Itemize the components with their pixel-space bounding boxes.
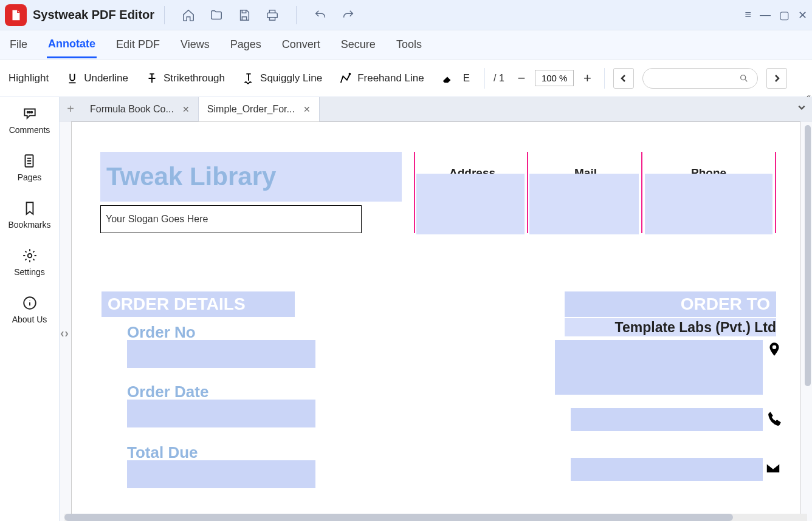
app-title: Systweak PDF Editor <box>33 8 154 22</box>
order-date-field[interactable] <box>127 400 315 427</box>
comments-icon <box>22 106 38 121</box>
pdf-page: Tweak Library Your Slogan Goes Here Addr… <box>71 121 800 514</box>
document-tab[interactable]: Simple_Order_For... ✕ <box>199 97 320 121</box>
search-input[interactable] <box>642 68 758 89</box>
tool-squiggly[interactable]: Squiggly Line <box>242 72 322 85</box>
document-tab[interactable]: Formula Book Co... ✕ <box>81 97 199 121</box>
maximize-button[interactable]: ▢ <box>779 9 790 22</box>
undo-icon[interactable] <box>312 7 328 23</box>
tab-label: Simple_Order_For... <box>207 104 295 115</box>
mail-icon <box>765 460 781 478</box>
sidebar-item-bookmarks[interactable]: Bookmarks <box>8 200 50 230</box>
bookmark-icon <box>22 200 38 216</box>
sidebar-item-comments[interactable]: Comments <box>9 106 50 135</box>
page-indicator: / 1 <box>494 73 504 84</box>
total-due-label: Total Due <box>127 443 198 462</box>
order-no-field[interactable] <box>127 340 315 368</box>
close-button[interactable]: ✕ <box>798 9 807 22</box>
save-icon[interactable] <box>236 7 252 23</box>
sidebar-item-pages[interactable]: Pages <box>18 153 42 182</box>
page-prev-button[interactable] <box>613 68 634 89</box>
menu-edit-pdf[interactable]: Edit PDF <box>115 32 161 57</box>
titlebar: Systweak PDF Editor ≡ — ▢ ✕ <box>0 0 812 30</box>
page-total: / 1 <box>494 73 504 84</box>
sidebar-item-settings[interactable]: Settings <box>14 248 45 277</box>
main-area: Comments Pages Bookmarks Settings About … <box>0 97 812 521</box>
zoom-out-button[interactable]: − <box>513 70 530 87</box>
left-sidebar: Comments Pages Bookmarks Settings About … <box>0 97 60 521</box>
info-icon <box>22 295 38 311</box>
order-to-phone-field[interactable] <box>571 408 763 431</box>
home-icon[interactable] <box>181 7 196 23</box>
sidebar-label: Pages <box>18 172 42 182</box>
tool-eraser[interactable]: E <box>441 72 470 85</box>
menu-secure[interactable]: Secure <box>340 32 377 57</box>
sidebar-label: Settings <box>14 267 45 277</box>
divider <box>775 152 776 233</box>
svg-point-0 <box>349 72 351 75</box>
horizontal-scrollbar[interactable] <box>64 514 807 521</box>
order-to-company: Template Labs (Pvt.) Ltd <box>565 319 776 336</box>
tab-label: Formula Book Co... <box>90 104 174 115</box>
separator <box>604 68 605 89</box>
svg-point-3 <box>29 112 30 113</box>
svg-point-1 <box>741 75 746 80</box>
svg-point-6 <box>27 254 32 258</box>
tool-freehand-label: Freehand Line <box>357 72 424 84</box>
divider <box>414 152 415 233</box>
tool-underline-label: Underline <box>84 72 128 84</box>
menu-annotate[interactable]: Annotate <box>47 32 97 58</box>
app-logo <box>5 4 27 26</box>
redo-icon[interactable] <box>340 7 356 23</box>
tab-overflow-button[interactable] <box>797 103 806 114</box>
menu-views[interactable]: Views <box>179 32 211 57</box>
tool-underline[interactable]: Underline <box>66 72 128 85</box>
separator <box>296 6 297 24</box>
order-to-email-field[interactable] <box>571 458 763 481</box>
menubar: File Annotate Edit PDF Views Pages Conve… <box>0 30 812 60</box>
sidebar-splitter[interactable] <box>60 322 69 346</box>
slogan-field[interactable]: Your Slogan Goes Here <box>100 205 362 233</box>
print-icon[interactable] <box>264 7 280 23</box>
menu-pages[interactable]: Pages <box>229 32 263 57</box>
menu-file[interactable]: File <box>9 32 29 57</box>
tool-freehand[interactable]: Freehand Line <box>339 72 424 85</box>
document-tabbar: + Formula Book Co... ✕ Simple_Order_For.… <box>60 97 812 121</box>
tool-strikethrough[interactable]: Strikethrough <box>145 72 225 85</box>
menu-tools[interactable]: Tools <box>395 32 423 57</box>
order-to-title: ORDER TO <box>565 291 776 317</box>
open-folder-icon[interactable] <box>208 7 224 23</box>
order-to-address-field[interactable] <box>555 340 763 395</box>
document-canvas[interactable]: Tweak Library Your Slogan Goes Here Addr… <box>60 121 812 514</box>
header-phone-box <box>645 174 772 234</box>
freehand-icon <box>339 72 353 85</box>
minimize-button[interactable]: — <box>760 9 771 21</box>
svg-point-2 <box>27 112 28 113</box>
annotate-toolbar: Highlight Underline Strikethrough Squigg… <box>0 60 812 97</box>
zoom-in-button[interactable]: + <box>579 70 596 87</box>
tool-eraser-label: E <box>463 72 470 84</box>
sidebar-label: Bookmarks <box>8 220 50 230</box>
zoom-value[interactable]: 100 % <box>535 70 574 86</box>
sidebar-item-about[interactable]: About Us <box>12 295 47 324</box>
tab-close-button[interactable]: ✕ <box>303 104 311 114</box>
underline-icon <box>66 72 79 85</box>
page-next-button[interactable] <box>766 68 787 89</box>
total-due-field[interactable] <box>127 460 315 488</box>
slogan-text: Your Slogan Goes Here <box>106 214 208 225</box>
header-mail-box <box>529 174 639 234</box>
vertical-scrollbar[interactable] <box>805 125 811 386</box>
tab-close-button[interactable]: ✕ <box>182 104 190 114</box>
tool-highlight-label: Highlight <box>9 72 49 84</box>
pages-icon <box>21 153 37 169</box>
tool-highlight[interactable]: Highlight <box>9 72 49 84</box>
add-tab-button[interactable]: + <box>60 97 81 121</box>
hamburger-icon[interactable]: ≡ <box>745 9 751 21</box>
doc-title: Tweak Library <box>106 162 276 191</box>
order-date-label: Order Date <box>127 383 208 401</box>
divider <box>527 152 528 233</box>
svg-point-4 <box>31 112 32 113</box>
menu-convert[interactable]: Convert <box>281 32 322 57</box>
strikethrough-icon <box>145 72 159 85</box>
zoom-controls: − 100 % + <box>513 70 596 87</box>
